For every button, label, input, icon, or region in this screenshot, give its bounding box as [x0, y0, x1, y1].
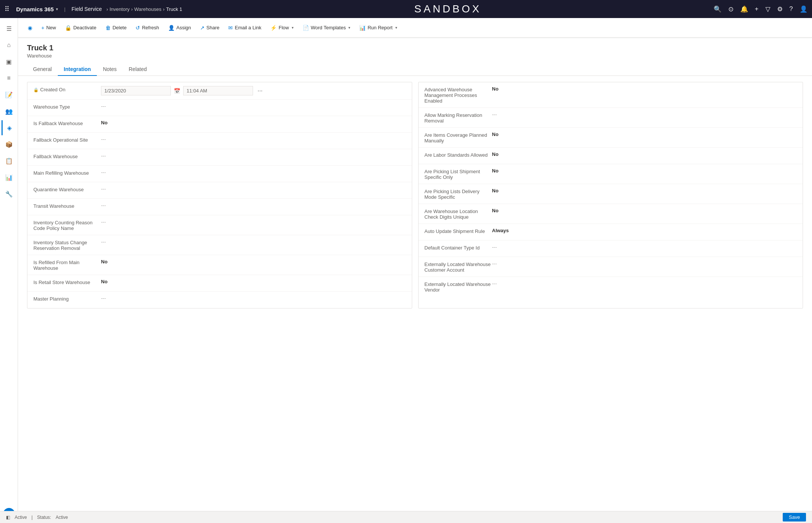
new-button[interactable]: + New: [38, 23, 60, 33]
back-button[interactable]: ◉: [24, 23, 36, 33]
label-allow-marking: Allow Marking Reservation Removal: [425, 112, 492, 124]
tab-integration[interactable]: Integration: [58, 63, 97, 76]
date-field[interactable]: [101, 86, 171, 95]
ellipsis-button[interactable]: ···: [256, 88, 264, 94]
label-created-on: 🔒 Created On: [33, 86, 101, 92]
value-inventory-counting-reason: ---: [101, 219, 406, 225]
value-picking-lists-delivery: No: [492, 188, 797, 193]
tab-related[interactable]: Related: [123, 63, 153, 76]
waffle-menu[interactable]: ⠿: [5, 5, 9, 13]
field-is-refilled: Is Refilled From Main Warehouse No: [27, 255, 412, 275]
page-subtitle: Warehouse: [27, 53, 803, 59]
user-icon[interactable]: 👤: [800, 5, 807, 13]
time-field[interactable]: [183, 86, 253, 95]
value-picking-list-shipment: No: [492, 168, 797, 174]
label-master-planning: Master Planning: [33, 295, 101, 302]
form-area: 🔒 Created On 📅 ··· Warehouse Ty: [18, 76, 812, 314]
sidebar-item-reports[interactable]: 📋: [2, 153, 17, 168]
email-label: Email a Link: [235, 25, 261, 30]
tab-bar: General Integration Notes Related: [18, 59, 812, 76]
label-inventory-counting-reason: Inventory Counting Reason Code Policy Na…: [33, 219, 101, 231]
value-transit-warehouse: ---: [101, 203, 406, 208]
label-is-fallback-warehouse: Is Fallback Warehouse: [33, 120, 101, 126]
value-default-container: ---: [492, 244, 797, 250]
value-external-customer-account: ---: [492, 261, 797, 266]
date-input: 📅 ···: [101, 86, 406, 95]
sidebar-item-tools[interactable]: 🔧: [2, 186, 17, 201]
run-report-button[interactable]: 📊 Run Report ▾: [356, 23, 401, 33]
sidebar-item-warehouse[interactable]: ◈: [2, 120, 17, 135]
breadcrumb-inventory[interactable]: Inventory: [110, 6, 130, 12]
label-transit-warehouse: Transit Warehouse: [33, 203, 101, 209]
email-button[interactable]: ✉ Email a Link: [224, 23, 265, 33]
flow-icon: ⚡: [270, 25, 277, 31]
field-warehouse-type: Warehouse Type ---: [27, 100, 412, 116]
module-name[interactable]: Field Service: [71, 6, 102, 12]
assign-button[interactable]: 👤 Assign: [164, 23, 195, 33]
flow-button[interactable]: ⚡ Flow ▾: [267, 23, 297, 33]
field-allow-marking: Allow Marking Reservation Removal ---: [419, 108, 803, 128]
share-label: Share: [206, 25, 220, 30]
breadcrumb-warehouses[interactable]: Warehouses: [134, 6, 162, 12]
deactivate-button[interactable]: 🔒 Deactivate: [61, 23, 100, 33]
word-templates-caret: ▾: [348, 26, 350, 30]
sidebar-item-analytics[interactable]: 📊: [2, 170, 17, 185]
left-form-section: 🔒 Created On 📅 ··· Warehouse Ty: [27, 82, 412, 308]
refresh-button[interactable]: ↺ Refresh: [132, 23, 163, 33]
page-title: Truck 1: [27, 44, 803, 52]
save-button[interactable]: Save: [783, 513, 806, 521]
brand-name[interactable]: Dynamics 365: [16, 6, 54, 12]
main-content: ◉ + New 🔒 Deactivate 🗑 Delete ↺ Refresh …: [18, 18, 812, 523]
sidebar-item-inventory[interactable]: 📦: [2, 137, 17, 152]
tab-general[interactable]: General: [27, 63, 58, 76]
word-templates-icon: 📄: [303, 25, 309, 31]
share-button[interactable]: ↗ Share: [196, 23, 223, 33]
field-created-on: 🔒 Created On 📅 ···: [27, 82, 412, 100]
help-icon[interactable]: ?: [789, 5, 793, 13]
brand-caret[interactable]: ▾: [56, 7, 58, 12]
value-warehouse-type: ---: [101, 103, 406, 109]
value-is-retail-store: No: [101, 279, 406, 284]
label-fallback-warehouse: Fallback Warehouse: [33, 153, 101, 159]
back-icon: ◉: [28, 25, 32, 31]
value-external-vendor: ---: [492, 281, 797, 286]
sidebar-item-notes[interactable]: 📝: [2, 87, 17, 102]
sidebar-item-activities[interactable]: ▣: [2, 54, 17, 69]
value-auto-update-shipment: Always: [492, 228, 797, 233]
field-transit-warehouse: Transit Warehouse ---: [27, 199, 412, 215]
sidebar-item-contacts[interactable]: 👥: [2, 104, 17, 119]
word-templates-button[interactable]: 📄 Word Templates ▾: [299, 23, 354, 33]
label-warehouse-type: Warehouse Type: [33, 103, 101, 110]
field-default-container: Default Container Type Id ---: [419, 240, 803, 257]
right-form-section: Advanced Warehouse Management Processes …: [418, 82, 803, 308]
label-picking-lists-delivery: Are Picking Lists Delivery Mode Specific: [425, 188, 492, 200]
label-is-refilled: Is Refilled From Main Warehouse: [33, 259, 101, 271]
add-icon[interactable]: +: [755, 5, 759, 13]
value-master-planning: ---: [101, 295, 406, 301]
top-navigation: ⠿ Dynamics 365 ▾ | Field Service › Inven…: [0, 0, 812, 18]
sidebar-item-home[interactable]: ⌂: [2, 38, 17, 53]
field-main-refilling-warehouse: Main Refilling Warehouse ---: [27, 166, 412, 182]
status-label: Status:: [37, 515, 51, 520]
field-external-customer-account: Externally Located Warehouse Customer Ac…: [419, 257, 803, 277]
label-quarantine-warehouse: Quarantine Warehouse: [33, 186, 101, 192]
target-icon[interactable]: ⊙: [728, 5, 734, 13]
filter-icon[interactable]: ▽: [765, 5, 770, 13]
status-left: ◧ Active | Status: Active: [6, 515, 68, 520]
page-layout: ☰ ⌂ ▣ ≡ 📝 👥 ◈ 📦 📋 📊 🔧 I ◉ + New 🔒 Deacti…: [0, 18, 812, 523]
delete-button[interactable]: 🗑 Delete: [102, 23, 131, 33]
breadcrumb-current: Truck 1: [166, 6, 182, 12]
settings-icon[interactable]: ⚙: [777, 5, 783, 13]
breadcrumb-sep1: ›: [106, 6, 108, 12]
search-icon[interactable]: 🔍: [714, 5, 722, 13]
tab-notes[interactable]: Notes: [97, 63, 123, 76]
sidebar-item-menu[interactable]: ☰: [2, 21, 17, 36]
calendar-icon[interactable]: 📅: [174, 88, 180, 94]
field-inventory-status-change: Inventory Status Change Reservation Remo…: [27, 235, 412, 255]
field-inventory-counting-reason: Inventory Counting Reason Code Policy Na…: [27, 215, 412, 235]
page-header: Truck 1 Warehouse: [18, 38, 812, 59]
bell-icon[interactable]: 🔔: [740, 5, 748, 13]
breadcrumb-sep3: ›: [163, 6, 164, 12]
value-created-on: 📅 ···: [101, 86, 406, 95]
sidebar-item-list[interactable]: ≡: [2, 71, 17, 86]
